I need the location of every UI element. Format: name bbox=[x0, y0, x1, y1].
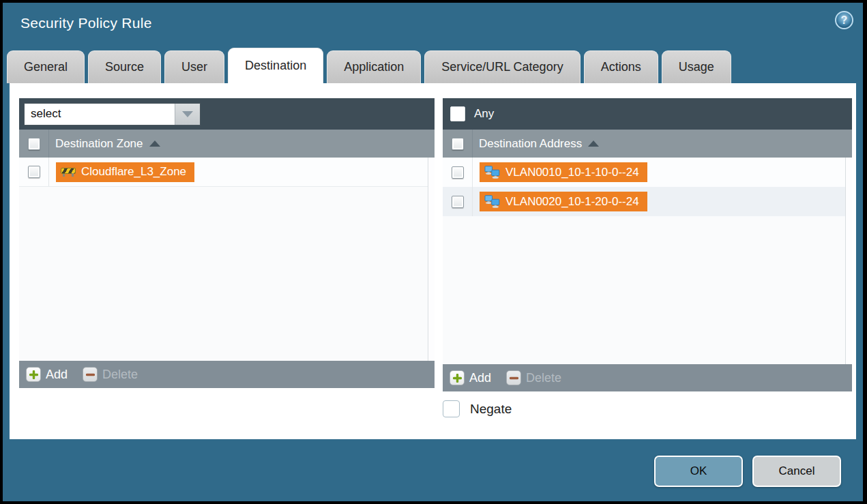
security-policy-rule-dialog: Security Policy Rule ? General Source Us… bbox=[0, 0, 867, 504]
tab-strip: General Source User Destination Applicat… bbox=[7, 48, 731, 83]
tab-actions[interactable]: Actions bbox=[584, 50, 658, 83]
address-select-all-cell bbox=[443, 130, 473, 158]
zone-item-label: Cloudflare_L3_Zone bbox=[81, 165, 186, 179]
minus-icon bbox=[506, 370, 521, 385]
zone-item-cloudflare[interactable]: Cloudflare_L3_Zone bbox=[56, 162, 194, 182]
zone-filter-dropdown-button[interactable] bbox=[175, 104, 200, 125]
tab-service-url-category[interactable]: Service/URL Category bbox=[424, 50, 580, 83]
dialog-frame: Security Policy Rule ? General Source Us… bbox=[3, 3, 863, 501]
zone-icon bbox=[61, 167, 76, 177]
title-bar: Security Policy Rule ? bbox=[3, 3, 863, 48]
address-column-header: Destination Address bbox=[443, 130, 852, 158]
any-label: Any bbox=[474, 107, 494, 121]
zone-panel-header bbox=[19, 98, 435, 130]
negate-label: Negate bbox=[470, 402, 512, 417]
add-label: Add bbox=[469, 371, 491, 385]
address-item-label: VLAN0010_10-1-10-0--24 bbox=[505, 166, 639, 179]
sort-ascending-icon bbox=[588, 140, 599, 147]
delete-label: Delete bbox=[102, 368, 138, 382]
tab-destination[interactable]: Destination bbox=[228, 48, 323, 83]
address-list: VLAN0010_10-1-10-0--24 bbox=[443, 158, 852, 364]
zone-row-checkbox-cell bbox=[19, 158, 49, 186]
table-row: Cloudflare_L3_Zone bbox=[19, 158, 435, 187]
zone-list: Cloudflare_L3_Zone bbox=[19, 158, 435, 361]
scrollbar-track[interactable] bbox=[845, 158, 852, 364]
minus-icon bbox=[83, 367, 98, 382]
zone-row-checkbox[interactable] bbox=[28, 166, 40, 178]
zone-select-all-checkbox[interactable] bbox=[28, 138, 40, 150]
address-panel-footer: Add Delete bbox=[443, 364, 852, 391]
tab-general[interactable]: General bbox=[7, 50, 85, 83]
add-zone-button[interactable]: Add bbox=[26, 367, 68, 382]
chevron-down-icon bbox=[182, 111, 193, 117]
add-address-button[interactable]: Add bbox=[450, 370, 491, 385]
address-row-checkbox-cell bbox=[443, 158, 473, 187]
zone-panel-footer: Add Delete bbox=[19, 361, 435, 388]
address-item-vlan0020[interactable]: VLAN0020_10-1-20-0--24 bbox=[480, 192, 647, 211]
table-row: VLAN0010_10-1-10-0--24 bbox=[443, 158, 852, 187]
address-item-label: VLAN0020_10-1-20-0--24 bbox=[505, 195, 639, 209]
help-icon[interactable]: ? bbox=[835, 11, 853, 29]
zone-column-label: Destination Zone bbox=[55, 137, 143, 151]
negate-option: Negate bbox=[443, 400, 512, 417]
ok-button[interactable]: OK bbox=[654, 456, 743, 487]
scrollbar-track[interactable] bbox=[428, 158, 435, 361]
dialog-title: Security Policy Rule bbox=[20, 15, 152, 31]
address-panel-header: Any bbox=[443, 98, 852, 130]
address-icon bbox=[484, 195, 500, 208]
address-row-checkbox-cell bbox=[443, 187, 473, 216]
table-row: VLAN0020_10-1-20-0--24 bbox=[443, 187, 852, 216]
address-icon bbox=[484, 166, 500, 179]
address-select-all-checkbox[interactable] bbox=[452, 138, 464, 150]
tab-content: Destination Zone Cloudflare_L3_Zone bbox=[10, 83, 856, 439]
zone-filter-input[interactable] bbox=[25, 104, 175, 125]
cancel-button[interactable]: Cancel bbox=[752, 456, 841, 487]
any-checkbox[interactable] bbox=[450, 106, 465, 121]
address-row-checkbox[interactable] bbox=[452, 166, 464, 179]
zone-column-sort[interactable]: Destination Zone bbox=[49, 137, 160, 151]
plus-icon bbox=[450, 370, 465, 385]
address-column-label: Destination Address bbox=[479, 137, 582, 151]
delete-address-button[interactable]: Delete bbox=[506, 370, 561, 385]
sort-ascending-icon bbox=[149, 140, 160, 147]
address-column-sort[interactable]: Destination Address bbox=[473, 137, 599, 151]
dialog-buttons: OK Cancel bbox=[654, 456, 841, 487]
zone-column-header: Destination Zone bbox=[19, 130, 435, 158]
destination-address-panel: Any Destination Address bbox=[443, 98, 852, 391]
plus-icon bbox=[26, 367, 41, 382]
delete-label: Delete bbox=[526, 371, 561, 385]
tab-application[interactable]: Application bbox=[327, 50, 421, 83]
add-label: Add bbox=[46, 368, 68, 382]
negate-checkbox[interactable] bbox=[443, 400, 460, 417]
zone-filter-combo bbox=[24, 103, 201, 125]
address-item-vlan0010[interactable]: VLAN0010_10-1-10-0--24 bbox=[480, 162, 647, 182]
zone-select-all-cell bbox=[19, 130, 49, 158]
destination-zone-panel: Destination Zone Cloudflare_L3_Zone bbox=[19, 98, 435, 388]
address-row-checkbox[interactable] bbox=[452, 196, 464, 208]
delete-zone-button[interactable]: Delete bbox=[83, 367, 138, 382]
tab-usage[interactable]: Usage bbox=[662, 50, 731, 83]
any-toggle: Any bbox=[447, 106, 494, 121]
tab-user[interactable]: User bbox=[164, 50, 224, 83]
tab-source[interactable]: Source bbox=[88, 50, 161, 83]
